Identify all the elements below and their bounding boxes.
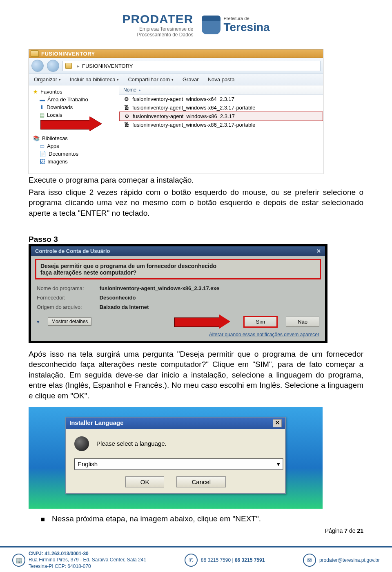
building-icon: 🏢	[12, 554, 25, 567]
breadcrumb[interactable]: ▸ FUSIONINVENTORY	[62, 61, 321, 71]
sidebar-item-images[interactable]: 🖼Imagens	[33, 158, 115, 165]
desktop-icon: ▬	[40, 96, 45, 103]
bullet-icon	[41, 518, 45, 521]
chevron-down-icon: ▾	[117, 78, 119, 82]
archive-icon: 🗜	[123, 122, 130, 128]
star-icon: ★	[33, 89, 38, 95]
exe-icon: ⚙	[123, 96, 130, 102]
prodater-sub2: Processamento de Dados	[122, 32, 193, 38]
uac-origin: Origem do arquivo: Baixado da Internet	[31, 302, 325, 312]
recent-icon: ▤	[40, 112, 45, 118]
uac-settings-link[interactable]: Alterar quando essas notificações devem …	[31, 330, 325, 341]
no-button[interactable]: Não	[286, 317, 319, 327]
sidebar-item-locals[interactable]: ▤Locais	[33, 111, 115, 119]
header-divider	[29, 44, 363, 44]
back-button[interactable]	[31, 60, 44, 72]
teresina-pref: Prefeitura de	[224, 16, 270, 21]
footer: 🏢 CNPJ: 41.263.013/0001-30 Rua Firmino P…	[0, 546, 392, 572]
sidebar-item-desktop[interactable]: ▬Área de Trabalho	[33, 96, 115, 103]
column-header-name[interactable]: Nome ▴	[119, 85, 323, 95]
explorer-window: FUSIONINVENTORY ▸ FUSIONINVENTORY Organi…	[29, 49, 323, 174]
language-prompt: Please select a language.	[96, 440, 167, 447]
file-row[interactable]: 🗜fusioninventory-agent_windows-x64_2.3.1…	[119, 103, 323, 112]
chevron-down-icon: ▾	[37, 319, 40, 325]
new-folder-button[interactable]: Nova pasta	[208, 76, 235, 83]
bullet-item: Nessa próxima etapa, na imagem abaixo, c…	[41, 514, 363, 523]
ok-button[interactable]: OK	[125, 476, 165, 487]
file-row[interactable]: ⚙fusioninventory-agent_windows-x64_2.3.1…	[119, 95, 323, 103]
chevron-right-icon: ▸	[77, 63, 80, 69]
download-icon: ⬇	[40, 104, 44, 110]
prodater-sub1: Empresa Teresinense de	[122, 26, 193, 32]
sidebar-item-apps[interactable]: ▭Apps	[33, 142, 115, 150]
step-heading: Passo 3	[29, 235, 363, 244]
folder-icon	[31, 50, 39, 57]
libraries-icon: 📚	[33, 135, 40, 141]
teresina-logo: Prefeitura de Teresina	[202, 16, 270, 34]
file-row-selected[interactable]: ⚙fusioninventory-agent_windows-x86_2.3.1…	[119, 112, 323, 121]
installer-language-screenshot: Installer Language ✕ Please select a lan…	[29, 407, 323, 509]
globe-icon	[74, 436, 89, 451]
explorer-sidepane: ★Favoritos ▬Área de Trabalho ⬇Downloads …	[29, 85, 119, 174]
sidebar-item-documents[interactable]: 📄Documentos	[33, 150, 115, 158]
explorer-toolbar: Organizar ▾ Incluir na biblioteca ▾ Comp…	[29, 74, 323, 85]
uac-program-name: Nome do programa: fusioninventory-agent_…	[31, 284, 325, 293]
crest-icon	[202, 16, 220, 34]
footer-address: 🏢 CNPJ: 41.263.013/0001-30 Rua Firmino P…	[12, 551, 146, 570]
installer-language-dialog: Installer Language ✕ Please select a lan…	[65, 417, 286, 494]
body-paragraph-2: Para isso clique 2 vezes rápido com o bo…	[29, 187, 363, 219]
include-library-menu[interactable]: Incluir na biblioteca ▾	[70, 76, 119, 83]
explorer-titlebar: FUSIONINVENTORY	[29, 49, 323, 58]
images-icon: 🖼	[40, 159, 45, 165]
uac-question: Deseja permitir que o programa de um for…	[35, 259, 321, 279]
close-icon[interactable]: ✕	[316, 248, 321, 254]
explorer-navbar: ▸ FUSIONINVENTORY	[29, 58, 323, 74]
organize-menu[interactable]: Organizar ▾	[34, 76, 61, 83]
file-pane: Nome ▴ ⚙fusioninventory-agent_windows-x6…	[119, 85, 323, 174]
chevron-down-icon: ▾	[59, 78, 61, 82]
folder-icon	[65, 63, 72, 69]
footer-email: ✉ prodater@teresina.pi.gov.br	[303, 554, 380, 567]
show-details-button[interactable]: Mostrar detalhes	[48, 317, 91, 326]
libraries-group[interactable]: 📚Bibliotecas	[33, 134, 115, 142]
dialog-titlebar: Installer Language ✕	[66, 418, 285, 429]
chevron-down-icon: ▾	[172, 78, 174, 82]
uac-titlebar: Controle de Conta de Usuário ✕	[31, 246, 325, 256]
burn-button[interactable]: Gravar	[183, 76, 199, 83]
cancel-button[interactable]: Cancel	[176, 476, 226, 487]
page-number: Página 7 de 21	[29, 527, 363, 534]
chevron-down-icon: ▾	[277, 460, 280, 468]
prodater-logo: PRODATER Empresa Teresinense de Processa…	[122, 12, 193, 38]
body-paragraph-3: Após isso na tela surgirá uma pergunta "…	[29, 349, 363, 401]
teresina-main: Teresina	[224, 21, 270, 34]
uac-vendor: Fornecedor: Desconhecido	[31, 293, 325, 302]
red-arrow-annotation	[33, 119, 115, 129]
file-row[interactable]: 🗜fusioninventory-agent_windows-x86_2.3.1…	[119, 121, 323, 129]
language-select[interactable]: English ▾	[74, 458, 283, 470]
explorer-title: FUSIONINVENTORY	[41, 51, 95, 57]
archive-icon: 🗜	[123, 105, 130, 111]
body-paragraph-1: Execute o programa para começar a instal…	[29, 175, 363, 185]
sort-asc-icon: ▴	[139, 88, 141, 92]
sidebar-item-downloads[interactable]: ⬇Downloads	[33, 103, 115, 111]
footer-phone: ✆ 86 3215 7590 | 86 3215 7591	[185, 554, 265, 567]
share-menu[interactable]: Compartilhar com ▾	[128, 76, 174, 83]
mail-icon: ✉	[303, 554, 316, 567]
uac-dialog: Controle de Conta de Usuário ✕ Deseja pe…	[29, 244, 327, 343]
red-arrow-annotation	[174, 316, 235, 327]
header-logos: PRODATER Empresa Teresinense de Processa…	[29, 12, 363, 38]
forward-button[interactable]	[47, 60, 59, 72]
apps-icon: ▭	[40, 143, 45, 149]
yes-button[interactable]: Sim	[243, 316, 278, 328]
phone-icon: ✆	[185, 554, 198, 567]
exe-icon: ⚙	[124, 113, 130, 119]
close-button[interactable]: ✕	[273, 419, 282, 427]
documents-icon: 📄	[40, 151, 46, 157]
breadcrumb-text: FUSIONINVENTORY	[82, 63, 133, 69]
prodater-title: PRODATER	[122, 12, 193, 26]
favorites-group[interactable]: ★Favoritos	[33, 88, 115, 96]
